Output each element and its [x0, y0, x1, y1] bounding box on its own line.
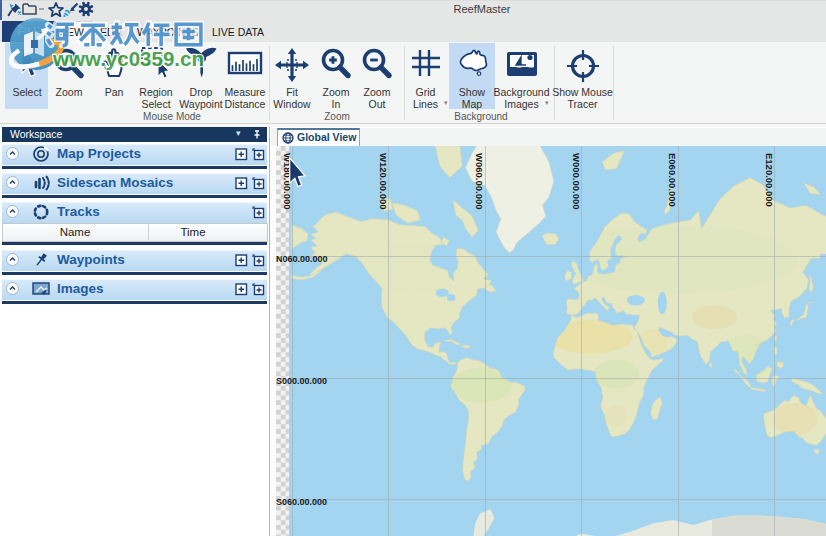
svg-text:www.yc0359.cn: www.yc0359.cn	[52, 48, 204, 70]
